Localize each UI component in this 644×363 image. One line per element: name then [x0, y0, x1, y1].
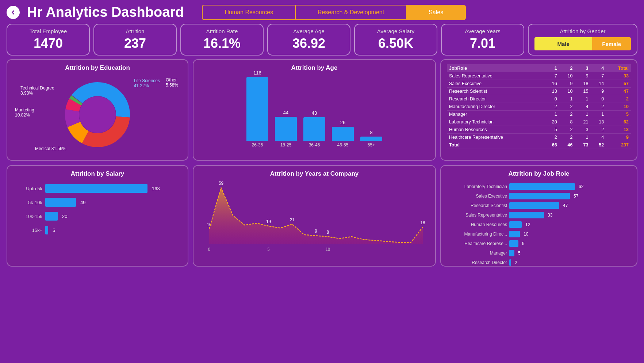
cell-total: 62: [606, 118, 631, 126]
salary-bar-rect: [45, 198, 76, 207]
cell-c2: 10: [559, 72, 575, 80]
jobrole-label: Human Resources: [451, 222, 507, 227]
education-donut: Other5.58% Technical Degree8.98% Marketi…: [13, 74, 182, 155]
salary-value: 49: [80, 200, 85, 205]
salary-bar-rect: [45, 212, 58, 221]
cell-c4: 9: [590, 88, 606, 95]
table-row: Manufacturing Director 2 2 4 2 10: [447, 103, 631, 111]
salary-row: 10k-15k 20: [17, 212, 178, 221]
cell-c2: 2: [559, 111, 575, 118]
cell-c4: 14: [590, 80, 606, 88]
cell-c1: 2: [544, 134, 559, 141]
age-bars: 116 26-35 44 18-25 43 36-45 26 46-55 8 5…: [199, 74, 429, 148]
kpi-avg-salary: Average Salary 6.50K: [354, 24, 437, 56]
age-bar-value: 44: [283, 110, 288, 115]
cell-c3: 1: [575, 134, 590, 141]
age-bar-label: 46-55: [337, 142, 349, 148]
jobrole-bar-rect: [509, 193, 570, 199]
age-bar-value: 8: [370, 130, 372, 135]
svg-text:10: 10: [326, 247, 330, 252]
jobrole-value: 12: [525, 222, 530, 227]
age-bar-rect: [275, 117, 297, 141]
jobrole-title: Attrition by Job Role: [447, 170, 631, 177]
cell-role: Sales Representative: [447, 72, 544, 80]
cell-total: 47: [606, 88, 631, 95]
jobrole-label: Healthcare Represe...: [451, 241, 507, 246]
cell-total: 9: [606, 134, 631, 141]
years-title: Attrition by Years at Company: [199, 170, 429, 177]
tab-human-resources[interactable]: Human Resources: [203, 5, 296, 19]
jobrole-value: 62: [579, 184, 583, 189]
cell-c4: 2: [590, 126, 606, 134]
kpi-avg-salary-label: Average Salary: [364, 28, 428, 34]
cell-role: Research Scientist: [447, 88, 544, 95]
cell-c4: 2: [590, 103, 606, 111]
dept-tabs: Human Resources Research & Development S…: [202, 5, 466, 20]
gender-bar: Male Female: [534, 37, 631, 50]
svg-text:9: 9: [315, 229, 317, 234]
panel-age: Attrition by Age 116 26-35 44 18-25 43 3…: [193, 59, 436, 161]
age-bar-rect: [332, 127, 354, 141]
jobrole-value: 57: [574, 194, 578, 199]
cell-c3: 21: [575, 118, 590, 126]
jobrole-row: Manufacturing Direc... 10: [451, 231, 627, 237]
jobrole-bar-rect: [509, 231, 520, 237]
panel-education: Attrition by Education Other5.58%: [7, 59, 188, 161]
kpi-gender-title: Attrition by Gender: [534, 28, 631, 34]
cell-role: Manufacturing Director: [447, 103, 544, 111]
age-bar-rect: [246, 77, 268, 141]
tab-research-development[interactable]: Research & Development: [296, 5, 407, 19]
jobrole-value: 2: [515, 260, 517, 265]
salary-row: 5k-10k 49: [17, 198, 178, 207]
salary-row: Upto 5k 163: [17, 184, 178, 193]
cell-c2: 10: [559, 88, 575, 95]
jobrole-value: 5: [518, 251, 521, 256]
col-4: 4: [590, 64, 606, 72]
donut-label-lifesciences: Life Sciences41.22%: [134, 78, 160, 88]
years-area-chart: 16 59 19 21 9 8 18 0 5 10: [199, 180, 429, 259]
jobrole-row: Healthcare Represe... 9: [451, 240, 627, 247]
cell-c4: 4: [590, 134, 606, 141]
cell-c1: 7: [544, 72, 559, 80]
jobrole-value: 47: [563, 203, 568, 208]
svg-text:5: 5: [267, 247, 269, 252]
kpi-gender: Attrition by Gender Male Female: [528, 24, 637, 56]
salary-title: Attrition by Salary: [13, 170, 182, 177]
jobrole-row: Research Scientist 47: [451, 202, 627, 209]
col-2: 2: [559, 64, 575, 72]
donut-svg: [61, 78, 134, 151]
panel-jobrole-bars: Attrition by Job Role Laboratory Technic…: [440, 165, 637, 267]
cell-total: 12: [606, 126, 631, 134]
kpi-avg-years-label: Average Years: [451, 28, 515, 34]
page-title: Hr Analytics Dashboard: [27, 4, 184, 20]
back-button[interactable]: [7, 6, 20, 19]
cell-role: Sales Executive: [447, 80, 544, 88]
cell-total: 5: [606, 111, 631, 118]
table-row: Laboratory Technician 20 8 21 13 62: [447, 118, 631, 126]
cell-c1: 16: [544, 80, 559, 88]
panel-jobrole-table: JobRole 1 2 3 4 Total Sales Representati…: [440, 59, 637, 161]
cell-c1: 0: [544, 95, 559, 103]
svg-text:16: 16: [207, 222, 211, 227]
salary-value: 5: [53, 228, 55, 233]
table-row: Manager 1 2 1 1 5: [447, 111, 631, 118]
salary-row: 15k+ 5: [17, 226, 178, 234]
job-role-table: JobRole 1 2 3 4 Total Sales Representati…: [447, 64, 631, 149]
jobrole-bar-rect: [509, 221, 522, 228]
tab-sales[interactable]: Sales: [407, 5, 465, 19]
jobrole-bar-rect: [509, 202, 559, 209]
kpi-attrition-rate-value: 16.1%: [190, 36, 254, 51]
svg-text:0: 0: [208, 247, 210, 252]
donut-label-marketing: Marketing10.82%: [15, 107, 34, 118]
kpi-total-employee: Total Employee 1470: [7, 24, 90, 56]
kpi-row: Total Employee 1470 Attrition 237 Attrit…: [0, 22, 644, 57]
salary-value: 20: [62, 214, 67, 219]
jobrole-label: Sales Executive: [451, 194, 507, 199]
jobrole-value: 33: [548, 213, 552, 218]
table-row: Healthcare Representative 2 2 1 4 9: [447, 134, 631, 141]
age-bar-label: 26-35: [252, 142, 263, 148]
header: Hr Analytics Dashboard Human Resources R…: [0, 0, 644, 22]
age-title: Attrition by Age: [199, 64, 429, 72]
cell-c3: 1: [575, 95, 590, 103]
cell-role: Healthcare Representative: [447, 134, 544, 141]
